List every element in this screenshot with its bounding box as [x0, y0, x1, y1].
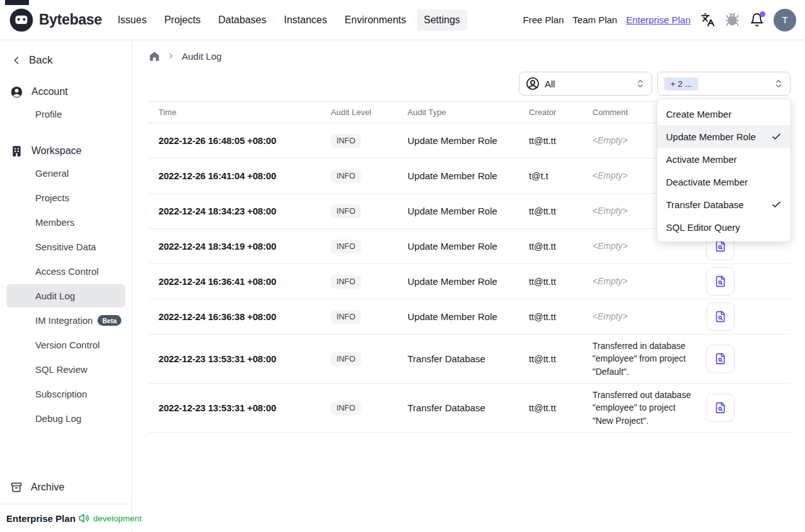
audit-level-badge: INFO	[331, 401, 361, 415]
avatar[interactable]: T	[774, 9, 796, 31]
cell-audit-level: INFO	[321, 401, 397, 415]
sidebar-item-label: General	[35, 168, 69, 179]
plan-team-plan: Team Plan	[573, 14, 618, 25]
check-icon	[771, 199, 782, 210]
menu-item-label: Create Member	[666, 109, 731, 119]
file-search-icon	[714, 275, 727, 288]
menu-item-create-member[interactable]: Create Member	[657, 103, 791, 125]
check-icon	[771, 131, 782, 142]
cell-creator: tt@tt.tt	[519, 206, 582, 216]
menu-item-update-member-role[interactable]: Update Member Role	[657, 125, 791, 148]
beta-badge: Beta	[97, 315, 122, 326]
cell-time: 2022-12-24 16:36:41 +08:00	[148, 276, 321, 287]
cell-audit-type: Update Member Role	[397, 241, 519, 252]
menu-item-label: Activate Member	[666, 154, 737, 165]
sidebar-item-subscription[interactable]: Subscription	[6, 382, 125, 406]
speaker-icon[interactable]	[79, 513, 90, 524]
sidebar-item-label: Sensitive Data	[35, 241, 96, 252]
notification-dot	[760, 11, 765, 17]
chevrons-up-down-icon	[635, 79, 645, 89]
file-search-icon	[714, 352, 727, 365]
chevrons-up-down-icon	[774, 79, 784, 89]
nav-projects[interactable]: Projects	[157, 9, 208, 31]
plan-enterprise-plan[interactable]: Enterprise Plan	[626, 14, 691, 25]
bytebase-logo-icon	[9, 8, 34, 33]
audit-type-filter-select[interactable]: + 2 ...	[657, 72, 791, 96]
table-row: 2022-12-24 16:36:41 +08:00INFOUpdate Mem…	[148, 264, 791, 299]
cell-creator: tt@tt.tt	[519, 312, 582, 322]
view-detail-button[interactable]	[706, 394, 735, 422]
notification-bell-icon[interactable]	[749, 13, 764, 28]
cell-comment: <Empty>	[582, 240, 696, 252]
nav-instances[interactable]: Instances	[277, 9, 333, 31]
sidebar-item-sensitive-data[interactable]: Sensitive Data	[6, 235, 125, 258]
sidebar-item-members[interactable]: Members	[6, 211, 125, 234]
cell-audit-level: INFO	[321, 275, 397, 289]
main-nav: IssuesProjectsDatabasesInstancesEnvironm…	[111, 9, 467, 31]
cell-time: 2022-12-26 16:41:04 +08:00	[148, 170, 321, 181]
home-icon[interactable]	[148, 50, 160, 62]
bug-icon[interactable]	[724, 13, 740, 28]
screen-artifact	[5, 0, 29, 5]
nav-issues[interactable]: Issues	[111, 9, 153, 31]
sidebar-item-label: Version Control	[35, 340, 100, 350]
sidebar-item-sql-review[interactable]: SQL Review	[6, 358, 125, 381]
cell-audit-type: Transfer Database	[397, 353, 519, 364]
current-plan-label: Enterprise Plan	[6, 513, 75, 524]
selected-types-chip: + 2 ...	[664, 77, 698, 91]
sidebar-item-profile[interactable]: Profile	[6, 103, 125, 126]
nav-settings[interactable]: Settings	[417, 9, 467, 31]
brand[interactable]: Bytebase	[9, 8, 102, 33]
sidebar-item-audit-log[interactable]: Audit Log	[6, 284, 125, 308]
column-header-creator: Creator	[519, 108, 582, 117]
breadcrumb-current[interactable]: Audit Log	[182, 51, 221, 62]
nav-databases[interactable]: Databases	[211, 9, 274, 31]
cell-audit-type: Update Member Role	[397, 276, 519, 287]
sidebar-item-access-control[interactable]: Access Control	[6, 260, 125, 283]
audit-level-badge: INFO	[331, 240, 361, 253]
cell-creator: tt@tt.tt	[519, 136, 582, 146]
nav-environments[interactable]: Environments	[338, 9, 413, 31]
file-search-icon	[714, 240, 727, 253]
audit-level-badge: INFO	[331, 275, 361, 289]
sidebar-item-version-control[interactable]: Version Control	[6, 333, 125, 357]
cell-audit-level: INFO	[321, 240, 397, 253]
chevron-left-icon	[10, 54, 23, 67]
back-button[interactable]: Back	[0, 40, 131, 68]
sidebar-item-im-integration[interactable]: IM IntegrationBeta	[6, 309, 125, 332]
cell-actions	[696, 302, 791, 331]
breadcrumb-separator-icon	[167, 52, 175, 60]
view-detail-button[interactable]	[706, 302, 735, 331]
cell-creator: tt@tt.tt	[519, 403, 582, 413]
menu-item-label: Update Member Role	[666, 131, 756, 142]
archive-icon	[10, 481, 23, 494]
language-icon[interactable]	[700, 13, 715, 28]
menu-item-label: Deactivate Member	[666, 177, 748, 187]
plan-free-plan: Free Plan	[523, 14, 564, 25]
cell-actions	[696, 394, 791, 422]
sidebar-item-archive[interactable]: Archive	[0, 475, 131, 504]
main-content: Audit Log All + 2 ...	[132, 40, 805, 532]
table-row: 2022-12-24 16:36:38 +08:00INFOUpdate Mem…	[148, 299, 791, 335]
cell-audit-type: Update Member Role	[397, 311, 519, 322]
cell-creator: tt@tt.tt	[519, 354, 582, 364]
workspace-icon	[10, 145, 23, 158]
sidebar: Back Account Profile	[0, 40, 132, 532]
menu-item-activate-member[interactable]: Activate Member	[657, 148, 791, 170]
menu-item-deactivate-member[interactable]: Deactivate Member	[657, 170, 791, 193]
menu-item-transfer-database[interactable]: Transfer Database	[657, 193, 791, 216]
view-detail-button[interactable]	[706, 345, 735, 373]
sidebar-item-debug-log[interactable]: Debug Log	[6, 407, 125, 430]
creator-filter-select[interactable]: All	[519, 72, 652, 96]
cell-audit-level: INFO	[321, 352, 397, 366]
sidebar-item-label: Debug Log	[35, 413, 81, 424]
cell-time: 2022-12-24 18:34:19 +08:00	[148, 241, 321, 252]
sidebar-item-label: SQL Review	[35, 364, 87, 375]
sidebar-item-projects[interactable]: Projects	[6, 186, 125, 209]
cell-audit-type: Update Member Role	[397, 170, 519, 181]
view-detail-button[interactable]	[706, 267, 735, 296]
back-label: Back	[29, 54, 53, 67]
menu-item-sql-editor-query[interactable]: SQL Editor Query	[657, 216, 791, 238]
sidebar-item-general[interactable]: General	[6, 162, 125, 185]
table-row: 2022-12-23 13:53:31 +08:00INFOTransfer D…	[148, 384, 791, 433]
